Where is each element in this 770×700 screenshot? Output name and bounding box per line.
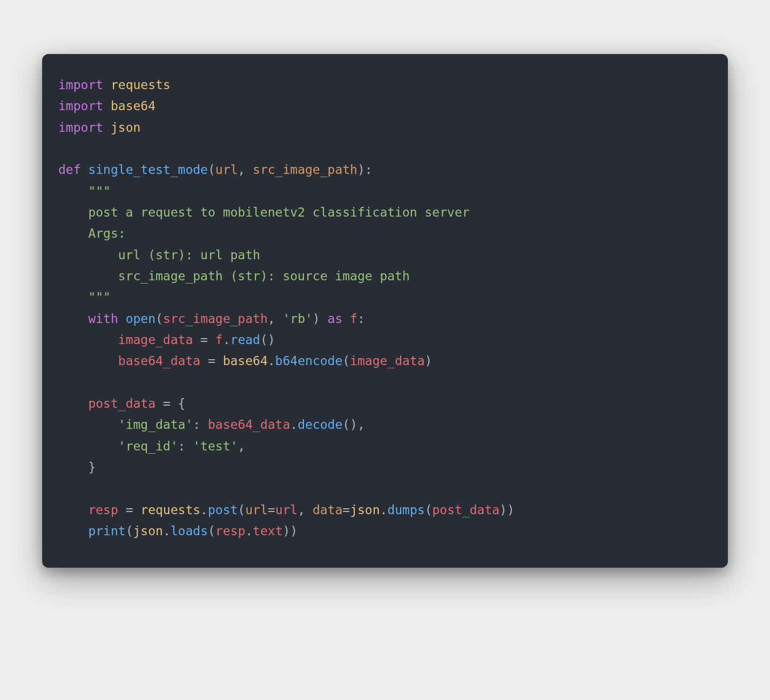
code-token: 'req_id' [118, 439, 178, 453]
code-token [58, 503, 88, 517]
code-token: as [328, 312, 350, 326]
code-token: print [88, 524, 125, 538]
code-token: resp [215, 524, 245, 538]
code-token: , [298, 503, 313, 517]
code-token: ) [425, 354, 433, 368]
code-block: import requests import base64 import jso… [58, 75, 712, 542]
code-token: : [193, 418, 208, 432]
code-token: src_image_path [163, 312, 268, 326]
code-token: url [245, 503, 268, 517]
code-token [58, 312, 88, 326]
code-token: base64 [111, 99, 156, 113]
code-token: )) [499, 503, 515, 517]
code-token: ( [208, 163, 215, 177]
code-token: requests [140, 503, 200, 517]
code-token: ): [357, 163, 373, 177]
code-token: json [133, 524, 163, 538]
code-token: post a request to mobilenetv2 classifica… [58, 205, 470, 219]
code-token: , [238, 439, 245, 453]
code-token [58, 396, 88, 410]
code-token: post_data [88, 396, 156, 410]
code-token: 'rb' [282, 312, 312, 326]
code-token: import [58, 120, 111, 134]
code-token: json [350, 503, 380, 517]
code-token: , [268, 312, 283, 326]
code-token: : [357, 312, 365, 326]
code-token: base64_data [118, 354, 200, 368]
code-token [58, 418, 118, 432]
code-token [58, 333, 118, 347]
code-token: } [58, 460, 96, 474]
code-token [58, 354, 118, 368]
code-token: dumps [387, 503, 424, 517]
code-token: base64 [223, 354, 268, 368]
code-token: ( [342, 354, 350, 368]
code-token: resp [88, 503, 118, 517]
code-token [58, 439, 118, 453]
code-token: requests [111, 78, 171, 92]
code-token: ( [126, 524, 133, 538]
code-token: . [223, 333, 231, 347]
code-token: src_image_path (str): source image path [58, 269, 410, 283]
code-token: = [268, 503, 275, 517]
code-token: . [245, 524, 253, 538]
code-token: 'test' [193, 439, 238, 453]
code-token: f [215, 333, 223, 347]
code-token: url [215, 163, 238, 177]
code-token: ( [156, 312, 163, 326]
code-token: , [238, 163, 253, 177]
code-token: json [111, 120, 140, 134]
code-token: : [178, 439, 193, 453]
code-token: post_data [432, 503, 499, 517]
code-token: . [163, 524, 171, 538]
code-token: = { [156, 396, 185, 410]
code-token: 'img_data' [118, 418, 193, 432]
code-token: (), [342, 418, 365, 432]
code-token: . [200, 503, 208, 517]
code-token: = [200, 354, 223, 368]
code-token: with [88, 312, 125, 326]
code-token: import [58, 78, 111, 92]
code-token: loads [171, 524, 208, 538]
code-token: read [231, 333, 260, 347]
code-token: f [350, 312, 357, 326]
code-token: image_data [118, 333, 193, 347]
code-token: url (str): url path [58, 248, 260, 262]
code-token: = [118, 503, 141, 517]
code-token: url [275, 503, 298, 517]
code-token: decode [298, 418, 342, 432]
code-token: ( [208, 524, 215, 538]
code-token: b64encode [275, 354, 343, 368]
code-token: = [342, 503, 350, 517]
code-token: . [268, 354, 275, 368]
code-token: image_data [350, 354, 424, 368]
code-token: )) [283, 524, 298, 538]
code-token: text [253, 524, 282, 538]
code-token: = [193, 333, 215, 347]
code-token: . [290, 418, 298, 432]
code-token: Args: [58, 226, 126, 240]
code-token: import [58, 99, 111, 113]
code-token: ) [313, 312, 328, 326]
code-token: """ [58, 184, 111, 198]
code-token: data [313, 503, 342, 517]
code-token: src_image_path [253, 163, 357, 177]
code-token: () [260, 333, 275, 347]
code-token: single_test_mode [88, 163, 208, 177]
code-token: base64_data [208, 418, 290, 432]
code-token: open [126, 312, 156, 326]
code-token: """ [58, 290, 111, 304]
code-token: ( [425, 503, 433, 517]
code-token: def [58, 163, 88, 177]
code-token [58, 524, 88, 538]
code-token: . [380, 503, 388, 517]
code-card: import requests import base64 import jso… [42, 54, 728, 568]
code-token: ( [238, 503, 245, 517]
code-token: post [208, 503, 238, 517]
